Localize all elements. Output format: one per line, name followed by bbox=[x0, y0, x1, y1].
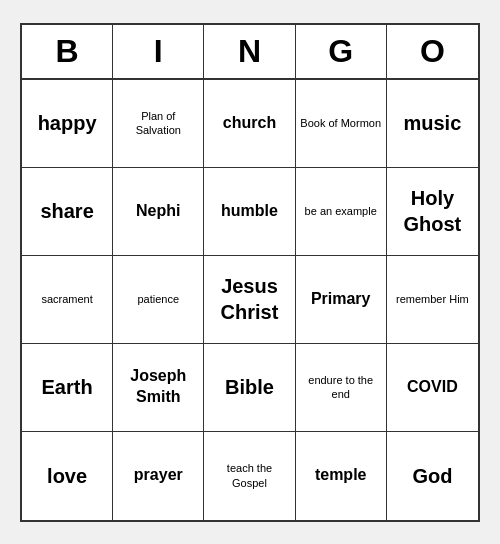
bingo-cell[interactable]: Earth bbox=[22, 344, 113, 432]
bingo-cell[interactable]: sacrament bbox=[22, 256, 113, 344]
header-letter: I bbox=[113, 25, 204, 78]
bingo-grid: happyPlan of SalvationchurchBook of Morm… bbox=[22, 80, 478, 520]
bingo-cell[interactable]: music bbox=[387, 80, 478, 168]
header-letter: G bbox=[296, 25, 387, 78]
bingo-cell[interactable]: Plan of Salvation bbox=[113, 80, 204, 168]
bingo-cell[interactable]: Bible bbox=[204, 344, 295, 432]
bingo-cell[interactable]: share bbox=[22, 168, 113, 256]
bingo-cell[interactable]: God bbox=[387, 432, 478, 520]
bingo-cell[interactable]: teach the Gospel bbox=[204, 432, 295, 520]
bingo-cell[interactable]: patience bbox=[113, 256, 204, 344]
bingo-cell[interactable]: be an example bbox=[296, 168, 387, 256]
bingo-cell[interactable]: COVID bbox=[387, 344, 478, 432]
bingo-cell[interactable]: prayer bbox=[113, 432, 204, 520]
bingo-cell[interactable]: love bbox=[22, 432, 113, 520]
header-letter: O bbox=[387, 25, 478, 78]
bingo-cell[interactable]: temple bbox=[296, 432, 387, 520]
bingo-cell[interactable]: Holy Ghost bbox=[387, 168, 478, 256]
bingo-cell[interactable]: Joseph Smith bbox=[113, 344, 204, 432]
bingo-header: BINGO bbox=[22, 25, 478, 80]
bingo-cell[interactable]: Jesus Christ bbox=[204, 256, 295, 344]
bingo-cell[interactable]: Primary bbox=[296, 256, 387, 344]
bingo-cell[interactable]: endure to the end bbox=[296, 344, 387, 432]
header-letter: B bbox=[22, 25, 113, 78]
bingo-cell[interactable]: church bbox=[204, 80, 295, 168]
header-letter: N bbox=[204, 25, 295, 78]
bingo-cell[interactable]: Book of Mormon bbox=[296, 80, 387, 168]
bingo-cell[interactable]: Nephi bbox=[113, 168, 204, 256]
bingo-cell[interactable]: happy bbox=[22, 80, 113, 168]
bingo-cell[interactable]: humble bbox=[204, 168, 295, 256]
bingo-card: BINGO happyPlan of SalvationchurchBook o… bbox=[20, 23, 480, 522]
bingo-cell[interactable]: remember Him bbox=[387, 256, 478, 344]
